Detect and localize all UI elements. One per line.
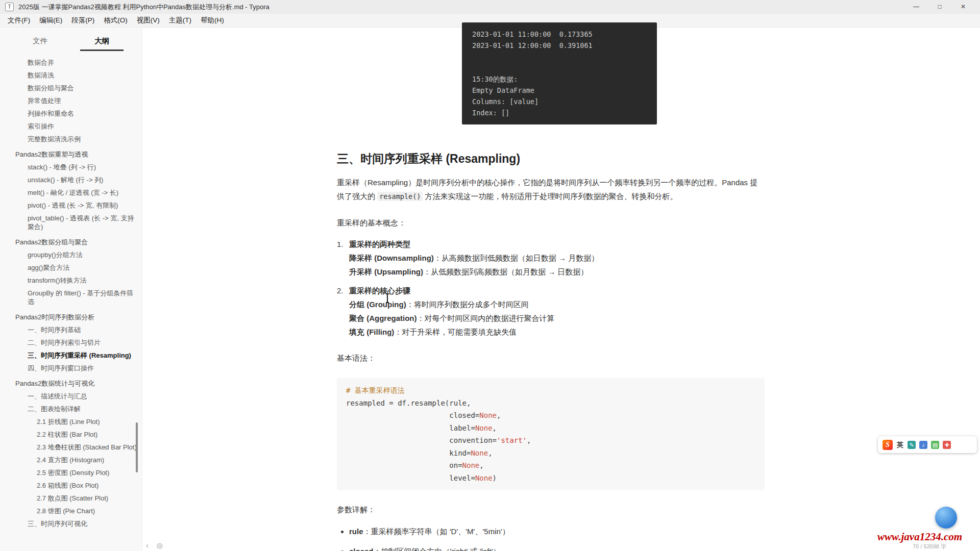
keyboard-icon[interactable]: ▤: [931, 441, 939, 449]
outline-item[interactable]: 2.1 折线图 (Line Plot): [0, 415, 142, 428]
sidebar-scrollbar[interactable]: [136, 422, 138, 472]
code-block[interactable]: # 基本重采样语法resampled = df.resample(rule, c…: [337, 378, 765, 490]
sidebar-tab-文件[interactable]: 文件: [18, 36, 62, 51]
console-line: 2023-01-01 11:00:00 0.173365: [472, 29, 647, 40]
outline-item[interactable]: 数据清洗: [0, 69, 142, 82]
outline-item[interactable]: melt() - 融化 / 逆透视 (宽 -> 长): [0, 186, 142, 199]
code-line: # 基本重采样语法: [346, 384, 755, 397]
outline-item[interactable]: 2.7 散点图 (Scatter Plot): [0, 492, 142, 505]
code-token: closed=: [346, 411, 479, 419]
code-line: resampled = df.resample(rule,: [346, 397, 755, 410]
outline-item[interactable]: 一、时间序列基础: [0, 323, 142, 336]
footer-icons: ‹◎: [146, 541, 163, 549]
outline-item[interactable]: transform()转换方法: [0, 274, 142, 287]
typora-window: T 2025版 一课掌握Pandas2视频教程 利用Python中Pandas数…: [0, 0, 980, 551]
code-token: None: [479, 411, 497, 419]
outline-item[interactable]: Pandas2时间序列数据分析: [0, 311, 142, 323]
concept-item[interactable]: 1.重采样的两种类型降采样 (Downsampling)：从高频数据到低频数据（…: [337, 237, 765, 279]
outline-item[interactable]: 索引操作: [0, 120, 142, 133]
syntax-label[interactable]: 基本语法：: [337, 351, 765, 365]
concept-line: 分组 (Grouping)：将时间序列数据分成多个时间区间: [349, 297, 555, 311]
outline-item[interactable]: 2.5 密度图 (Density Plot): [0, 466, 142, 479]
close-button[interactable]: ✕: [951, 0, 975, 14]
outline-item[interactable]: 一、描述统计与汇总: [0, 390, 142, 403]
params-label[interactable]: 参数详解：: [337, 503, 765, 516]
outline-item[interactable]: 完整数据清洗示例: [0, 133, 142, 145]
code-line: closed=None,: [346, 409, 755, 422]
code-token: label=: [346, 424, 475, 432]
outline-item[interactable]: 三、时间序列可视化: [0, 517, 142, 530]
outline-item[interactable]: 异常值处理: [0, 94, 142, 107]
minimize-button[interactable]: —: [904, 0, 928, 14]
outline-nav-icon[interactable]: ◎: [157, 541, 163, 549]
intro-paragraph[interactable]: 重采样（Resampling）是时间序列分析中的核心操作，它指的是将时间序列从一…: [337, 176, 765, 204]
toolbox-icon[interactable]: ✚: [943, 441, 951, 449]
outline-item[interactable]: 数据分组与聚合: [0, 82, 142, 94]
menu-item[interactable]: 段落(P): [67, 16, 99, 25]
menu-item[interactable]: 视图(V): [132, 16, 164, 25]
menu-item[interactable]: 帮助(H): [196, 16, 229, 25]
sidebar-tab-大纲[interactable]: 大纲: [80, 36, 124, 51]
outline-item[interactable]: 数据合并: [0, 56, 142, 69]
menu-item[interactable]: 文件(F): [3, 16, 35, 25]
concept-line: 降采样 (Downsampling)：从高频数据到低频数据（如日数据 → 月数据…: [349, 251, 599, 265]
word-count-label: 70 / 53598 字: [913, 543, 946, 550]
outline-item[interactable]: Pandas2数据分组与聚合: [0, 236, 142, 248]
outline-item[interactable]: 2.3 堆叠柱状图 (Stacked Bar Plot): [0, 441, 142, 454]
section-heading[interactable]: 三、时间序列重采样 (Resampling): [337, 151, 765, 166]
pen-icon[interactable]: ✎: [908, 441, 916, 449]
concept-line: 聚合 (Aggregation)：对每个时间区间内的数据进行聚合计算: [349, 311, 555, 325]
outline-item[interactable]: Pandas2数据重塑与透视: [0, 148, 142, 161]
concept-line: 升采样 (Upsampling)：从低频数据到高频数据（如月数据 → 日数据）: [349, 265, 599, 279]
ime-toolbar[interactable]: S 英 ✎♪▤✚: [878, 436, 977, 453]
outline-item[interactable]: 2.2 柱状图 (Bar Plot): [0, 428, 142, 441]
menu-item[interactable]: 主题(T): [164, 16, 196, 25]
sidebar-tabs: 文件大纲: [0, 28, 142, 51]
console-line: 15:30的数据:: [472, 73, 647, 85]
concept-item[interactable]: 2.重采样的核心步骤分组 (Grouping)：将时间序列数据分成多个时间区间聚…: [337, 284, 765, 339]
concept-term: 降采样 (Downsampling): [349, 254, 434, 262]
outline-item[interactable]: stack() - 堆叠 (列 -> 行): [0, 161, 142, 173]
window-title: 2025版 一课掌握Pandas2视频教程 利用Python中Pandas数据处…: [18, 3, 270, 12]
outline-list: 数据合并数据清洗数据分组与聚合异常值处理列操作和重命名索引操作完整数据清洗示例P…: [0, 51, 142, 548]
editor-document[interactable]: 2023-01-01 11:00:00 0.1733652023-01-01 1…: [337, 22, 765, 551]
text-cursor: [387, 294, 388, 303]
outline-item[interactable]: groupby()分组方法: [0, 248, 142, 261]
mic-icon[interactable]: ♪: [919, 441, 927, 449]
sogou-logo-icon[interactable]: S: [883, 440, 893, 450]
menu-item[interactable]: 格式(O): [99, 16, 132, 25]
sidebar: 文件大纲 数据合并数据清洗数据分组与聚合异常值处理列操作和重命名索引操作完整数据…: [0, 28, 142, 551]
concept-title: 重采样的两种类型: [349, 237, 599, 251]
outline-item[interactable]: pivot() - 透视 (长 -> 宽, 有限制): [0, 199, 142, 212]
code-token: None: [475, 424, 493, 432]
outline-item[interactable]: GroupBy 的 filter() - 基于分组条件筛选: [0, 287, 142, 308]
outline-item[interactable]: 三、时间序列重采样 (Resampling): [0, 349, 142, 362]
outline-item[interactable]: 2.4 直方图 (Histogram): [0, 454, 142, 466]
concepts-label[interactable]: 重采样的基本概念：: [337, 216, 765, 230]
sidebar-collapse-icon[interactable]: ‹: [146, 541, 149, 549]
ime-mode-label[interactable]: 英: [897, 440, 903, 449]
outline-item[interactable]: 列操作和重命名: [0, 107, 142, 120]
code-token: ,: [527, 436, 531, 444]
code-line: level=None): [346, 472, 755, 485]
outline-item[interactable]: 四、时间序列窗口操作: [0, 362, 142, 374]
menu-item[interactable]: 编辑(E): [35, 16, 67, 25]
outline-item[interactable]: 二、时间序列索引与切片: [0, 336, 142, 349]
concept-term: 分组 (Grouping): [349, 300, 406, 309]
outline-item[interactable]: Pandas2数据统计与可视化: [0, 377, 142, 390]
inline-code-resample: resample(): [377, 192, 423, 201]
outline-item[interactable]: unstack() - 解堆 (行 -> 列): [0, 173, 142, 186]
floating-app-badge[interactable]: [935, 507, 957, 529]
code-token: ,: [497, 411, 501, 419]
concept-body: 重采样的核心步骤分组 (Grouping)：将时间序列数据分成多个时间区间聚合 …: [349, 284, 555, 339]
concept-title: 重采样的核心步骤: [349, 284, 555, 297]
maximize-button[interactable]: □: [928, 0, 951, 14]
concept-term: 升采样 (Upsampling): [349, 267, 423, 276]
code-line: kind=None,: [346, 447, 755, 460]
outline-item[interactable]: pivot_table() - 透视表 (长 -> 宽, 支持聚合): [0, 212, 142, 233]
code-token: ,: [479, 461, 483, 469]
outline-item[interactable]: 二、图表绘制详解: [0, 403, 142, 415]
outline-item[interactable]: 2.8 饼图 (Pie Chart): [0, 505, 142, 517]
outline-item[interactable]: 2.6 箱线图 (Box Plot): [0, 479, 142, 492]
outline-item[interactable]: agg()聚合方法: [0, 261, 142, 274]
